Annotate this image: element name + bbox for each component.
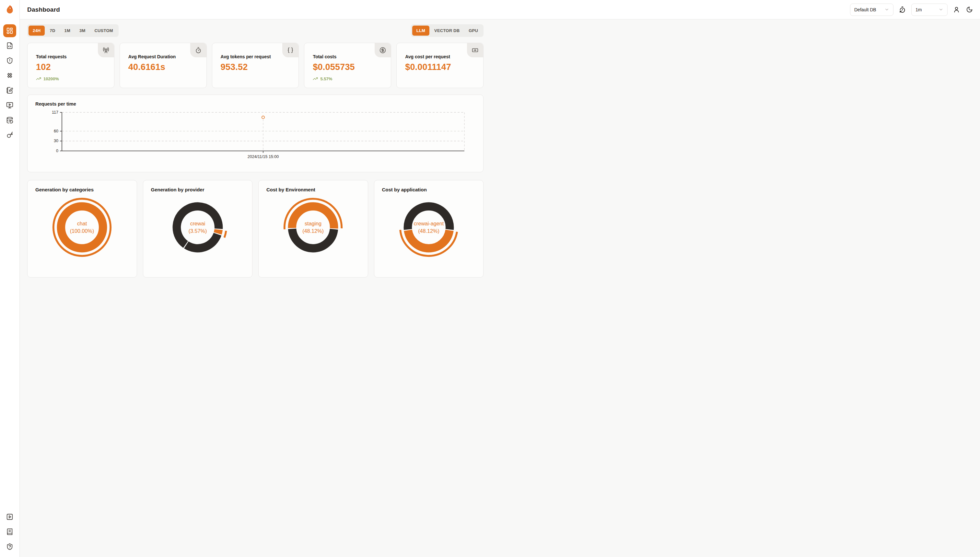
sidebar-item-database-config[interactable] [3, 114, 16, 127]
svg-text:chat: chat [77, 220, 87, 226]
radio-tower-icon [98, 43, 114, 57]
donut-title: Generation by provider [151, 187, 245, 192]
chart-title: Requests per time [35, 101, 475, 107]
trending-up-icon [36, 76, 41, 81]
tab-gpu[interactable]: GPU [464, 26, 482, 36]
sidebar-item-dashboard[interactable] [3, 24, 16, 37]
app-logo[interactable] [0, 0, 20, 20]
stat-card-avg-duration: Avg Request Duration 40.6161s [119, 43, 207, 88]
sidebar-item-requests[interactable] [3, 39, 16, 52]
tab-llm[interactable]: LLM [412, 26, 430, 36]
stat-value: $0.0011147 [405, 62, 483, 72]
donut-title: Cost by application [382, 187, 476, 192]
time-range-tabs: 24H 7D 1M 3M CUSTOM [27, 24, 119, 37]
stat-value: $0.055735 [313, 62, 391, 72]
shield-alert-icon [6, 57, 13, 64]
stat-trend: 10200% [36, 76, 114, 81]
database-backup-icon [6, 117, 13, 124]
svg-text:(48.12%): (48.12%) [418, 228, 439, 234]
header: Dashboard Default DB 1m [20, 0, 490, 20]
tab-24h[interactable]: 24H [28, 26, 45, 36]
key-icon [6, 132, 13, 138]
circle-dollar-sign-icon [375, 43, 391, 57]
stat-card-total-requests: Total requests 102 10200% [27, 43, 114, 88]
trending-up-icon [313, 76, 318, 81]
donut-card-generation-by-categories: Generation by categories chat(100.00%) [27, 180, 137, 277]
monitor-play-icon [6, 102, 13, 109]
stat-card-avg-tokens: Avg tokens per request 953.52 [212, 43, 299, 88]
requests-line-chart[interactable]: 030601172024/11/15 15:00 [35, 109, 475, 164]
svg-text:30: 30 [54, 138, 58, 143]
donut-title: Cost by Environment [266, 187, 360, 192]
generation-by-categories-donut[interactable]: chat(100.00%) [35, 195, 129, 259]
stat-card-total-costs: Total costs $0.055735 5.57% [304, 43, 391, 88]
svg-text:2024/11/15 15:00: 2024/11/15 15:00 [248, 155, 279, 159]
svg-text:0: 0 [56, 149, 58, 153]
requests-per-time-card: Requests per time 030601172024/11/15 15:… [27, 94, 483, 172]
donut-card-cost-by-environment: Cost by Environment staging(48.12%) [258, 180, 368, 277]
layout-dashboard-icon [6, 27, 13, 34]
banknote-icon [467, 43, 483, 57]
sidebar [0, 0, 20, 278]
sidebar-item-exceptions[interactable] [3, 54, 16, 67]
donut-title: Generation by categories [35, 187, 129, 192]
file-code-icon [6, 42, 13, 49]
tab-7d[interactable]: 7D [46, 26, 59, 36]
tab-vector-db[interactable]: VECTOR DB [430, 26, 464, 36]
sidebar-item-api-keys[interactable] [3, 129, 16, 142]
svg-text:staging: staging [305, 220, 322, 226]
scope-tabs: LLM VECTOR DB GPU [411, 24, 483, 37]
svg-text:117: 117 [52, 110, 58, 115]
tab-3m[interactable]: 3M [75, 26, 90, 36]
braces-icon [282, 43, 299, 57]
shapes-icon [6, 72, 13, 79]
svg-text:(100.00%): (100.00%) [70, 228, 94, 234]
sidebar-item-playground[interactable] [3, 99, 16, 112]
svg-text:crewai: crewai [190, 220, 205, 226]
sidebar-item-prompt-hub[interactable] [3, 69, 16, 82]
stat-value: 40.6161s [128, 62, 206, 72]
cost-by-application-donut[interactable]: crewai-agent(48.12%) [382, 195, 476, 259]
notebook-pen-icon [6, 87, 13, 94]
stat-trend: 5.57% [313, 76, 391, 81]
tab-custom[interactable]: CUSTOM [90, 26, 117, 36]
main-content: 24H 7D 1M 3M CUSTOM LLM VECTOR DB GPU To… [20, 0, 490, 277]
sidebar-item-vault[interactable] [3, 84, 16, 97]
sidebar-nav [3, 24, 16, 142]
flame-logo-icon [5, 5, 14, 15]
cost-by-environment-donut[interactable]: staging(48.12%) [266, 195, 360, 259]
tab-1m[interactable]: 1M [60, 26, 74, 36]
donut-card-generation-by-provider: Generation by provider crewai(3.57%) [143, 180, 253, 277]
stat-cards-row: Total requests 102 10200% Avg Request Du… [27, 43, 483, 88]
svg-text:(48.12%): (48.12%) [302, 228, 324, 234]
stat-card-avg-cost: Avg cost per request $0.0011147 [396, 43, 483, 88]
generation-by-provider-donut[interactable]: crewai(3.57%) [151, 195, 245, 259]
svg-text:(3.57%): (3.57%) [188, 228, 207, 234]
stat-value: 953.52 [221, 62, 299, 72]
donut-card-cost-by-application: Cost by application crewai-agent(48.12%) [374, 180, 484, 277]
timer-icon [190, 43, 206, 57]
page-title: Dashboard [27, 6, 60, 13]
stat-value: 102 [36, 62, 114, 72]
svg-text:crewai-agent: crewai-agent [414, 220, 444, 226]
donut-cards-row: Generation by categories chat(100.00%) G… [27, 180, 483, 277]
svg-text:60: 60 [54, 129, 58, 134]
